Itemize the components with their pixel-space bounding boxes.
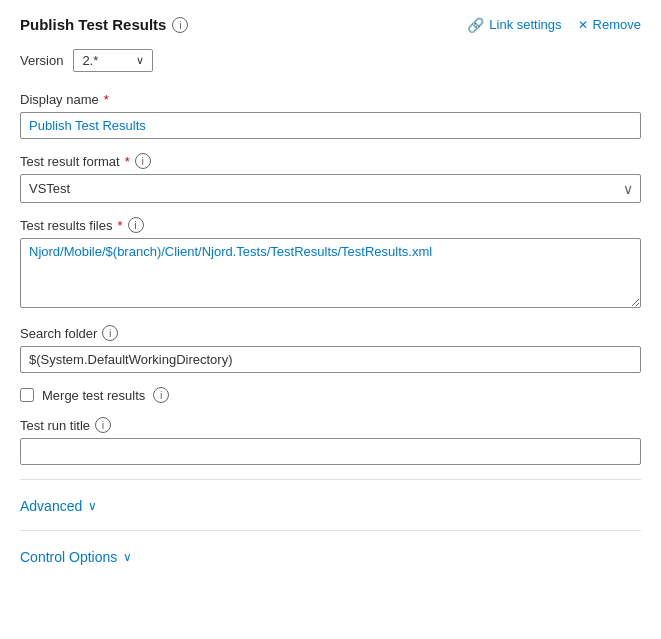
merge-test-results-checkbox[interactable] (20, 388, 34, 402)
close-icon: ✕ (578, 18, 588, 32)
test-result-format-required: * (125, 154, 130, 169)
merge-test-results-row: Merge test results i (20, 387, 641, 403)
control-options-header[interactable]: Control Options ∨ (20, 541, 641, 573)
test-result-format-group: Test result format * i VSTest JUnit NUni… (20, 153, 641, 203)
version-row: Version 2.* ∨ (20, 49, 641, 72)
test-results-files-required: * (117, 218, 122, 233)
test-result-format-label: Test result format * i (20, 153, 641, 169)
header-left: Publish Test Results i (20, 16, 188, 33)
page-title: Publish Test Results (20, 16, 166, 33)
version-select[interactable]: 2.* ∨ (73, 49, 153, 72)
test-results-files-textarea[interactable]: Njord/Mobile/$(branch)/Client/Njord.Test… (20, 238, 641, 308)
control-options-label: Control Options (20, 549, 117, 565)
control-options-chevron-icon: ∨ (123, 550, 132, 564)
link-settings-label: Link settings (489, 17, 561, 32)
link-icon: 🔗 (467, 17, 484, 33)
search-folder-group: Search folder i (20, 325, 641, 373)
header-actions: 🔗 Link settings ✕ Remove (467, 17, 641, 33)
test-run-title-group: Test run title i (20, 417, 641, 465)
merge-test-results-info-icon[interactable]: i (153, 387, 169, 403)
task-header: Publish Test Results i 🔗 Link settings ✕… (20, 16, 641, 33)
control-options-section: Control Options ∨ (20, 541, 641, 573)
test-result-format-info-icon[interactable]: i (135, 153, 151, 169)
search-folder-label: Search folder i (20, 325, 641, 341)
version-label: Version (20, 53, 63, 68)
test-results-files-label: Test results files * i (20, 217, 641, 233)
search-folder-input[interactable] (20, 346, 641, 373)
remove-button[interactable]: ✕ Remove (578, 17, 641, 32)
display-name-label: Display name * (20, 92, 641, 107)
link-settings-button[interactable]: 🔗 Link settings (467, 17, 561, 33)
advanced-divider (20, 479, 641, 480)
test-run-title-info-icon[interactable]: i (95, 417, 111, 433)
test-run-title-input[interactable] (20, 438, 641, 465)
title-info-icon[interactable]: i (172, 17, 188, 33)
version-chevron-icon: ∨ (136, 54, 144, 67)
display-name-input[interactable] (20, 112, 641, 139)
remove-label: Remove (593, 17, 641, 32)
display-name-required: * (104, 92, 109, 107)
advanced-label: Advanced (20, 498, 82, 514)
control-options-divider (20, 530, 641, 531)
test-result-format-select-wrapper: VSTest JUnit NUnit XUnit CTest ∨ (20, 174, 641, 203)
advanced-section: Advanced ∨ (20, 490, 641, 522)
test-results-files-info-icon[interactable]: i (128, 217, 144, 233)
merge-test-results-label: Merge test results (42, 388, 145, 403)
display-name-group: Display name * (20, 92, 641, 139)
version-value: 2.* (82, 53, 98, 68)
test-run-title-label: Test run title i (20, 417, 641, 433)
search-folder-info-icon[interactable]: i (102, 325, 118, 341)
test-result-format-select[interactable]: VSTest JUnit NUnit XUnit CTest (20, 174, 641, 203)
test-results-files-group: Test results files * i Njord/Mobile/$(br… (20, 217, 641, 311)
advanced-chevron-icon: ∨ (88, 499, 97, 513)
advanced-header[interactable]: Advanced ∨ (20, 490, 641, 522)
